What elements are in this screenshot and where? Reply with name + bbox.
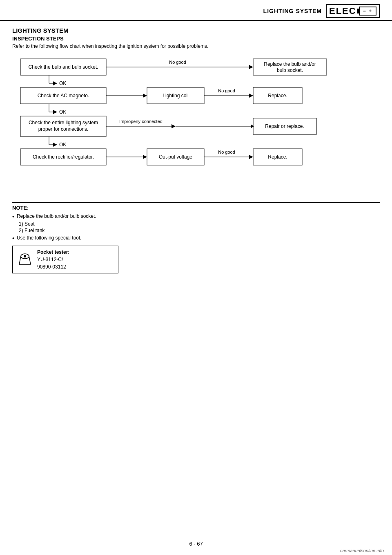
header-title: LIGHTING SYSTEM [263,8,322,14]
note-section: NOTE: • Replace the bulb and/or bulb soc… [12,202,380,273]
page-header: LIGHTING SYSTEM ELEC − + [0,0,392,21]
bullet-2: • [12,235,14,242]
note-item-1: • Replace the bulb and/or bulb socket. [12,213,380,220]
svg-marker-19 [249,94,253,98]
watermark: carmanualsonline.info [340,548,384,553]
flowchart: Check the bulb and bulb socket. No good … [16,55,376,194]
svg-text:Lighting coil: Lighting coil [163,93,188,98]
note-title: NOTE: [12,205,380,211]
svg-text:Replace.: Replace. [268,154,287,160]
svg-text:OK: OK [59,109,66,115]
svg-text:Check the AC magneto.: Check the AC magneto. [38,93,89,98]
svg-marker-31 [172,124,176,128]
page-number: 6 - 67 [189,541,203,547]
svg-marker-39 [53,143,57,147]
tool-box: Pocket tester: YU-3112-C/ 90890-03112 [12,246,118,273]
svg-text:bulb socket.: bulb socket. [277,67,303,73]
battery-icon: − + [359,7,376,16]
svg-text:Out-put voltage: Out-put voltage [159,154,192,160]
elec-badge: ELEC − + [326,4,380,18]
svg-text:No good: No good [218,88,235,93]
svg-marker-44 [143,155,147,159]
subsection-title: INSPECTION STEPS [12,36,380,42]
elec-label: ELEC [329,6,356,16]
note-sub-2: 2) Fuel tank [19,228,380,233]
svg-marker-3 [249,65,253,69]
bullet-1: • [12,213,14,220]
svg-line-54 [29,256,31,264]
svg-marker-15 [143,94,147,98]
section-title: LIGHTING SYSTEM [12,27,380,34]
note-text-2: Use the following special tool. [17,235,81,241]
svg-point-56 [24,255,26,257]
tool-model1: YU-3112-C/ [37,257,63,262]
svg-text:No good: No good [169,60,186,65]
note-text-1: Replace the bulb and/or bulb socket. [17,213,96,219]
main-content: LIGHTING SYSTEM INSPECTION STEPS Refer t… [0,21,392,286]
svg-text:Replace.: Replace. [268,93,287,98]
tool-label: Pocket tester: [37,249,69,255]
note-sub-1: 1) Seat [19,221,380,227]
svg-text:No good: No good [218,150,235,154]
svg-text:Check the rectifier/regulator.: Check the rectifier/regulator. [33,154,94,160]
page-footer: 6 - 67 [0,541,392,547]
svg-marker-25 [53,110,57,114]
tool-icon [17,251,33,268]
svg-text:Replace the bulb and/or: Replace the bulb and/or [264,61,316,67]
svg-text:Check the entire lighting syst: Check the entire lighting system [29,120,98,125]
tool-model2: 90890-03112 [37,264,66,270]
svg-text:Repair or replace.: Repair or replace. [265,123,304,129]
svg-text:proper for connections.: proper for connections. [38,126,89,132]
svg-text:OK: OK [59,142,66,148]
svg-marker-48 [249,155,253,159]
intro-text: Refer to the following flow chart when i… [12,43,380,49]
svg-marker-10 [53,81,57,85]
note-item-2: • Use the following special tool. [12,235,380,242]
svg-line-53 [19,256,21,264]
svg-text:Check the bulb and bulb socket: Check the bulb and bulb socket. [29,64,98,70]
svg-text:Improperly connected: Improperly connected [119,119,163,124]
svg-text:OK: OK [59,81,66,86]
tool-text: Pocket tester: YU-3112-C/ 90890-03112 [37,248,69,271]
